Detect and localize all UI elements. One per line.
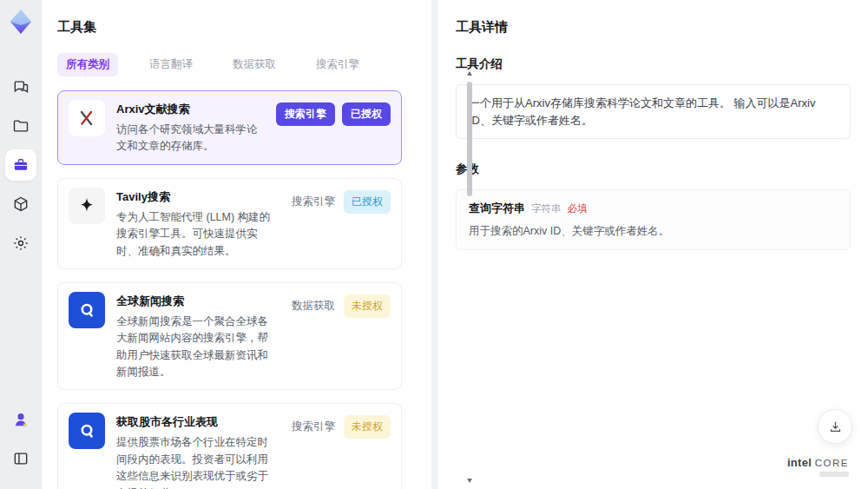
tool-desc: 提供股票市场各个行业在特定时间段内的表现。投资者可以利用这些信息来识别表现优于或… bbox=[116, 434, 279, 489]
sidebar bbox=[0, 0, 42, 489]
scroll-up-arrow-icon[interactable] bbox=[467, 71, 472, 76]
param-name: 查询字符串 bbox=[469, 201, 525, 216]
sidebar-item-models[interactable] bbox=[5, 188, 36, 220]
download-icon bbox=[828, 420, 843, 434]
page-title: 工具集 bbox=[57, 19, 416, 36]
download-button[interactable] bbox=[818, 409, 852, 444]
category-tabs: 所有类别语言翻译数据获取搜索引擎 bbox=[57, 53, 416, 76]
user-icon bbox=[12, 411, 30, 428]
cube-icon bbox=[12, 195, 30, 213]
tool-desc: 访问各个研究领域大量科学论文和文章的存储库。 bbox=[116, 122, 265, 155]
briefcase-icon bbox=[12, 156, 30, 174]
folder-icon bbox=[12, 117, 30, 135]
list-scrollbar[interactable] bbox=[466, 71, 473, 483]
sidebar-item-settings[interactable] bbox=[5, 228, 36, 259]
tool-category-badge: 数据获取 bbox=[290, 294, 337, 318]
intel-logo-subtext bbox=[819, 472, 849, 477]
intel-core-logo: intel CORE bbox=[787, 456, 849, 477]
detail-title: 工具详情 bbox=[456, 19, 851, 36]
sidebar-item-tools[interactable] bbox=[5, 149, 36, 181]
tab-search[interactable]: 搜索引擎 bbox=[307, 53, 368, 76]
sparkle-icon bbox=[69, 188, 105, 224]
scrollbar-thumb[interactable] bbox=[467, 82, 472, 196]
magnifier-q-icon bbox=[69, 292, 105, 328]
tool-name: Arxiv文献搜索 bbox=[116, 102, 265, 117]
tool-name: Tavily搜索 bbox=[116, 189, 279, 205]
intel-logo-text: intel bbox=[787, 456, 812, 469]
tool-intro-box: 一个用于从Arxiv存储库搜索科学论文和文章的工具。 输入可以是Arxiv ID… bbox=[456, 84, 851, 139]
tool-category-badge: 搜索引擎 bbox=[290, 190, 337, 214]
tool-auth-badge: 已授权 bbox=[344, 190, 391, 214]
params-heading: 参数 bbox=[456, 162, 851, 177]
tool-desc: 专为人工智能代理 (LLM) 构建的搜索引擎工具。可快速提供实时、准确和真实的结… bbox=[116, 209, 279, 260]
gear-icon bbox=[12, 235, 30, 252]
param-box: 查询字符串 字符串 必填 用于搜索的Arxiv ID、关键字或作者姓名。 bbox=[456, 189, 851, 250]
sidebar-item-folder[interactable] bbox=[5, 110, 36, 142]
tool-detail-panel: 工具详情 工具介绍 一个用于从Arxiv存储库搜索科学论文和文章的工具。 输入可… bbox=[438, 0, 868, 489]
panel-collapse-icon bbox=[12, 450, 30, 467]
tool-card[interactable]: 全球新闻搜索 全球新闻搜索是一个聚合全球各大新闻网站内容的搜索引擎，帮助用户快速… bbox=[57, 282, 402, 391]
tool-card[interactable]: 获取股市各行业表现 提供股票市场各个行业在特定时间段内的表现。投资者可以利用这些… bbox=[57, 403, 402, 489]
sidebar-item-chat[interactable] bbox=[5, 71, 36, 102]
core-logo-text: CORE bbox=[815, 458, 849, 468]
intro-heading: 工具介绍 bbox=[456, 56, 851, 72]
tool-card[interactable]: Arxiv文献搜索 访问各个研究领域大量科学论文和文章的存储库。 搜索引擎 已授… bbox=[57, 90, 402, 165]
arxiv-logo-icon bbox=[69, 100, 105, 136]
chat-icon bbox=[12, 78, 30, 96]
tool-auth-badge[interactable]: 已授权 bbox=[342, 102, 391, 126]
param-required-badge: 必填 bbox=[568, 202, 588, 215]
tab-data[interactable]: 数据获取 bbox=[224, 53, 285, 76]
tool-card[interactable]: Tavily搜索 专为人工智能代理 (LLM) 构建的搜索引擎工具。可快速提供实… bbox=[57, 178, 402, 269]
param-desc: 用于搜索的Arxiv ID、关键字或作者姓名。 bbox=[469, 224, 838, 239]
sidebar-item-user[interactable] bbox=[5, 404, 36, 435]
scroll-down-arrow-icon[interactable] bbox=[467, 479, 472, 483]
tools-panel: 工具集 所有类别语言翻译数据获取搜索引擎 Arxiv文献搜索 访问各个研究领域大… bbox=[42, 0, 431, 489]
tool-desc: 全球新闻搜索是一个聚合全球各大新闻网站内容的搜索引擎，帮助用户快速获取全球最新资… bbox=[116, 314, 279, 381]
tool-auth-badge: 未授权 bbox=[344, 294, 391, 318]
tool-category-badge: 搜索引擎 bbox=[290, 415, 337, 439]
tab-translate[interactable]: 语言翻译 bbox=[141, 53, 201, 76]
sidebar-item-collapse[interactable] bbox=[5, 443, 36, 474]
tool-name: 获取股市各行业表现 bbox=[116, 414, 279, 430]
magnifier-q-icon bbox=[69, 413, 105, 449]
param-type: 字符串 bbox=[531, 202, 562, 215]
tool-category-badge[interactable]: 搜索引擎 bbox=[276, 102, 335, 126]
tool-list: Arxiv文献搜索 访问各个研究领域大量科学论文和文章的存储库。 搜索引擎 已授… bbox=[57, 90, 416, 489]
tool-auth-badge: 未授权 bbox=[344, 415, 391, 439]
tab-all[interactable]: 所有类别 bbox=[57, 53, 118, 76]
app-logo-diamond-icon bbox=[6, 7, 36, 36]
tool-name: 全球新闻搜索 bbox=[116, 294, 279, 309]
